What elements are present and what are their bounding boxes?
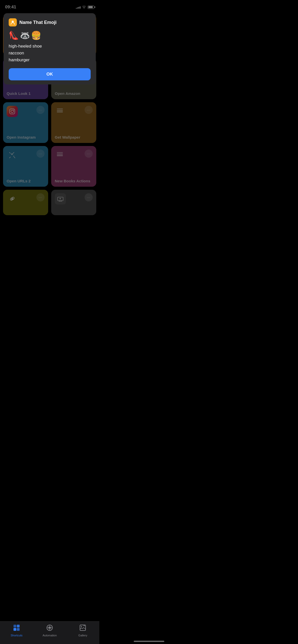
dialog-header: Name That Emoji (9, 18, 91, 26)
dialog-line-3: hamburger (9, 57, 30, 62)
dialog-ok-button[interactable]: OK (9, 68, 91, 80)
dialog-box: Name That Emoji 👠🦝🍔 high-heeled shoe rac… (4, 13, 96, 84)
dialog-app-icon (9, 18, 17, 26)
dialog-emojis: 👠🦝🍔 (9, 31, 91, 40)
dialog-text: high-heeled shoe raccoon hamburger (9, 43, 91, 64)
svg-point-13 (12, 21, 14, 23)
dialog-line-1: high-heeled shoe (9, 44, 42, 49)
dialog-line-2: raccoon (9, 51, 24, 55)
dialog-overlay: Name That Emoji 👠🦝🍔 high-heeled shoe rac… (0, 0, 99, 215)
dialog-title: Name That Emoji (19, 20, 57, 25)
